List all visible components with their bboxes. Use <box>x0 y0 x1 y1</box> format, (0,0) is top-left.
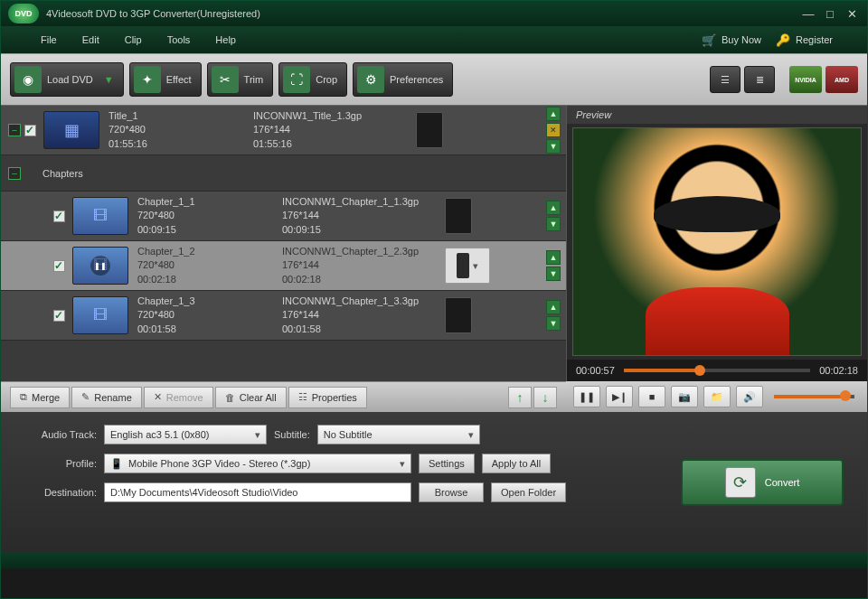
profile-settings-button[interactable]: Settings <box>419 454 475 473</box>
dvd-icon: ◉ <box>14 66 42 93</box>
open-folder-button[interactable]: Open Folder <box>491 482 566 502</box>
browse-button[interactable]: Browse <box>419 482 484 502</box>
preferences-button[interactable]: ⚙ Preferences <box>353 62 453 97</box>
key-icon: 🔑 <box>776 33 790 47</box>
minimize-button[interactable]: — <box>800 5 816 22</box>
seek-knob[interactable] <box>694 365 705 376</box>
expand-title-icon[interactable]: − <box>8 124 21 136</box>
volume-slider[interactable] <box>774 395 854 398</box>
menu-tools[interactable]: Tools <box>155 31 203 49</box>
register-label: Register <box>796 34 833 45</box>
title-device-icon <box>416 112 443 148</box>
crop-button[interactable]: ⛶ Crop <box>278 62 347 97</box>
chapter-row-selected[interactable]: 🎞 Chapter_1_2 720*480 00:02:18 INCONNW1_… <box>1 241 566 291</box>
expand-chapters-icon[interactable]: − <box>8 167 21 180</box>
maximize-button[interactable]: □ <box>822 5 838 22</box>
chapter-src-res: 720*480 <box>137 209 282 222</box>
clear-all-button[interactable]: 🗑Clear All <box>215 387 287 408</box>
step-button[interactable]: ▶❙ <box>606 386 633 407</box>
convert-button[interactable]: ⟳ Convert <box>681 459 844 506</box>
chapter-src-dur: 00:09:15 <box>137 223 282 237</box>
seek-slider[interactable] <box>624 369 810 372</box>
properties-button[interactable]: ☷Properties <box>288 387 367 408</box>
chapter-out-name: INCONNW1_Chapter_1_2.3gp <box>282 245 445 258</box>
register-link[interactable]: 🔑 Register <box>769 30 840 51</box>
chapter-checkbox[interactable] <box>53 211 65 222</box>
menu-file[interactable]: File <box>28 31 70 49</box>
title-thumbnail: ▦ <box>43 111 99 149</box>
buy-now-link[interactable]: 🛒 Buy Now <box>694 30 769 51</box>
title-src-res: 720*480 <box>108 123 253 136</box>
chapter-down-button[interactable]: ▼ <box>546 217 561 231</box>
chapters-label: Chapters <box>42 168 83 179</box>
clear-all-label: Clear All <box>240 392 277 403</box>
chapter-thumbnail-playing: 🎞 <box>72 247 128 285</box>
close-button[interactable]: ✕ <box>844 5 860 22</box>
profile-select[interactable]: 📱 Mobile Phone 3GP Video - Stereo (*.3gp… <box>104 454 411 473</box>
stop-button[interactable]: ■ <box>638 386 665 407</box>
effect-icon: ✦ <box>134 66 161 93</box>
chevron-down-icon: ▾ <box>473 260 478 272</box>
nvidia-badge: NVIDIA <box>789 66 822 93</box>
device-select[interactable]: ▾ <box>445 248 490 284</box>
title-up-button[interactable]: ▲ <box>546 107 561 121</box>
mute-button[interactable]: 🔊 <box>736 386 763 407</box>
footer-strip <box>1 552 867 569</box>
amd-badge: AMD <box>826 66 858 93</box>
pause-button[interactable]: ❚❚ <box>573 386 600 407</box>
volume-knob[interactable] <box>840 390 851 401</box>
move-up-button[interactable]: ↑ <box>508 387 532 408</box>
rename-button[interactable]: ✎Rename <box>71 387 142 408</box>
remove-button[interactable]: ✕Remove <box>144 387 213 408</box>
trim-button[interactable]: ✂ Trim <box>207 62 274 97</box>
remove-label: Remove <box>166 392 203 403</box>
chapter-down-button[interactable]: ▼ <box>546 267 561 281</box>
chapter-row[interactable]: 🎞 Chapter_1_3 720*480 00:01:58 INCONNW1_… <box>1 291 566 341</box>
chapter-down-button[interactable]: ▼ <box>546 316 561 331</box>
chapter-out-dur: 00:09:15 <box>282 223 445 237</box>
title-name: Title_1 <box>108 109 253 123</box>
load-dvd-caret-icon: ▼ <box>104 74 114 85</box>
chapter-src-res: 720*480 <box>137 258 282 272</box>
chapter-out-dur: 00:02:18 <box>282 273 445 286</box>
preferences-label: Preferences <box>390 74 443 85</box>
convert-label: Convert <box>765 477 800 488</box>
title-down-button[interactable]: ▼ <box>546 139 561 154</box>
window-title: 4Videosoft DVD to 3GP Converter(Unregist… <box>46 8 795 19</box>
gear-icon: ⚙ <box>357 66 384 93</box>
chapter-up-button[interactable]: ▲ <box>546 201 561 215</box>
chapter-src-dur: 00:01:58 <box>137 323 282 336</box>
chapter-checkbox[interactable] <box>53 310 65 322</box>
settings-fields: Audio Track: English ac3 5.1 (0x80) ▾ Su… <box>15 425 654 539</box>
chapter-up-button[interactable]: ▲ <box>546 300 561 314</box>
merge-button[interactable]: ⧉Merge <box>10 387 70 408</box>
view-detail-button[interactable]: ≣ <box>744 66 775 93</box>
chapter-checkbox[interactable] <box>53 260 65 272</box>
title-remove-button[interactable]: ✕ <box>546 123 561 137</box>
properties-icon: ☷ <box>298 391 307 403</box>
convert-col: ⟳ Convert <box>672 425 853 539</box>
menu-clip[interactable]: Clip <box>112 31 155 49</box>
open-snapshot-folder-button[interactable]: 📁 <box>703 386 731 407</box>
chevron-down-icon: ▾ <box>468 429 474 441</box>
chapter-src-info: Chapter_1_2 720*480 00:02:18 <box>137 245 282 286</box>
audio-track-select[interactable]: English ac3 5.1 (0x80) ▾ <box>104 425 267 445</box>
snapshot-button[interactable]: 📷 <box>671 386 698 407</box>
title-row[interactable]: − ▦ Title_1 720*480 01:55:16 INCONNW1_Ti… <box>1 106 566 155</box>
view-list-button[interactable]: ☰ <box>710 66 741 93</box>
title-checkbox[interactable] <box>24 125 36 136</box>
chapter-row[interactable]: 🎞 Chapter_1_1 720*480 00:09:15 INCONNW1_… <box>1 192 566 241</box>
menu-edit[interactable]: Edit <box>70 31 112 49</box>
destination-input[interactable]: D:\My Documents\4Videosoft Studio\Video <box>104 482 411 502</box>
move-down-button[interactable]: ↓ <box>533 387 557 408</box>
subtitle-select[interactable]: No Subtitle ▾ <box>317 425 480 445</box>
effect-button[interactable]: ✦ Effect <box>129 62 202 97</box>
preview-video[interactable] <box>572 127 862 356</box>
apply-to-all-button[interactable]: Apply to All <box>482 454 551 473</box>
title-src-dur: 01:55:16 <box>108 137 253 151</box>
chapter-out-res: 176*144 <box>282 209 445 222</box>
preview-label: Preview <box>567 106 867 124</box>
chapter-up-button[interactable]: ▲ <box>546 250 561 265</box>
menu-help[interactable]: Help <box>203 31 249 49</box>
load-dvd-button[interactable]: ◉ Load DVD ▼ <box>10 62 124 97</box>
